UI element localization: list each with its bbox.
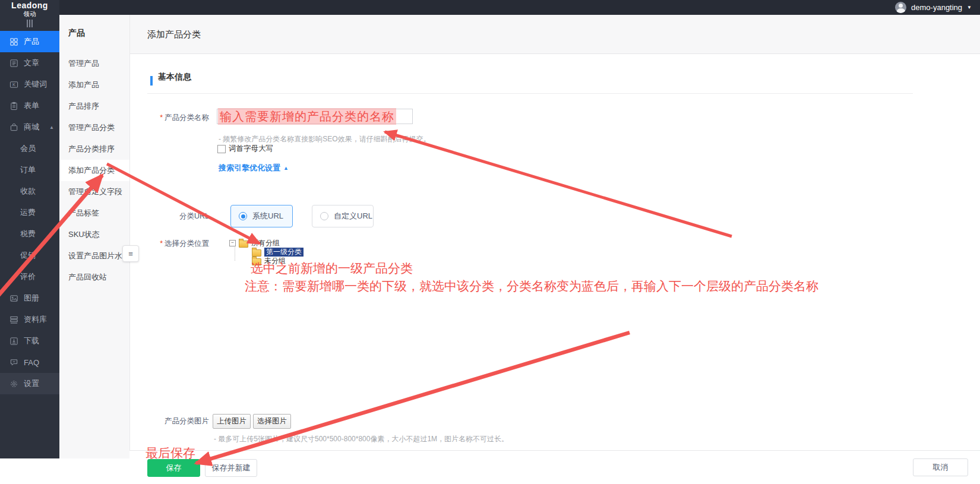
tree-node-first-level[interactable]: 第一级分类	[252, 248, 304, 257]
save-and-new-button[interactable]: 保存并新建	[205, 459, 257, 477]
capitalize-checkbox-row[interactable]: 词首字母大写	[217, 144, 273, 154]
submenu-item-recycle-bin[interactable]: 产品回收站	[59, 267, 129, 288]
sidebar-nav: 产品 文章 K 关键词 表单 商城 ▲ 会员 订单 收款 运费 税费 促销 评价…	[0, 31, 59, 394]
stack-icon	[10, 315, 18, 324]
collapse-sidebar-icon[interactable]	[0, 20, 59, 28]
app-window: demo-yangting ▼ Leadong 领动 产品 文章 K 关键词 表…	[0, 0, 980, 484]
folder-icon	[239, 241, 248, 248]
sidebar-item-mall[interactable]: 商城 ▲	[0, 116, 59, 138]
tree-guide-line	[235, 246, 236, 261]
submenu-item-manage-products[interactable]: 管理产品	[59, 53, 129, 74]
radio-selected-icon	[239, 212, 247, 220]
clipboard-icon	[10, 102, 18, 110]
sidebar-item-reviews[interactable]: 评价	[0, 266, 59, 287]
sidebar-item-orders[interactable]: 订单	[0, 159, 59, 181]
folder-icon	[252, 249, 261, 257]
checkbox-icon[interactable]	[217, 145, 226, 153]
sidebar-item-faq[interactable]: FAQ	[0, 352, 59, 373]
download-icon	[10, 337, 18, 346]
custom-url-option[interactable]: 自定义URL	[312, 205, 374, 227]
watermark-panel-toggle[interactable]: ≡	[122, 245, 139, 262]
arrow-to-name-input	[385, 132, 732, 236]
keyword-icon: K	[10, 80, 18, 89]
annotation-warning: 注意：需要新增哪一类的下级，就选中该分类，分类名称变为蓝色后，再输入下一个层级的…	[245, 278, 818, 295]
sidebar-item-library[interactable]: 资料库	[0, 309, 59, 330]
submenu-item-custom-fields[interactable]: 管理自定义字段	[59, 181, 129, 203]
tree-collapse-icon[interactable]: −	[229, 240, 236, 246]
gear-icon	[10, 379, 18, 388]
save-button[interactable]: 保存	[147, 459, 200, 477]
page-title: 添加产品分类	[147, 15, 201, 53]
sidebar-item-downloads[interactable]: 下载	[0, 330, 59, 352]
grid-icon	[10, 37, 18, 46]
category-name-hint: - 频繁修改产品分类名称直接影响SEO效果，请仔细斟酌后再提交。	[219, 134, 431, 144]
sidebar-item-members[interactable]: 会员	[0, 138, 59, 159]
svg-text:K: K	[12, 82, 15, 87]
submenu-item-add-product[interactable]: 添加产品	[59, 74, 129, 96]
submenu-title: 产品	[68, 15, 85, 51]
sidebar-item-albums[interactable]: 图册	[0, 287, 59, 309]
shopping-bag-icon	[10, 123, 18, 132]
chevron-up-icon: ▲	[283, 165, 289, 171]
sidebar-item-keywords[interactable]: K 关键词	[0, 74, 59, 95]
submenu-item-sku-status[interactable]: SKU状态	[59, 224, 129, 245]
upload-image-button[interactable]: 上传图片	[213, 414, 251, 429]
section-accent-bar	[150, 76, 153, 86]
sidebar-item-shipping[interactable]: 运费	[0, 202, 59, 223]
capitalize-label: 词首字母大写	[229, 144, 273, 154]
submenu-item-watermark[interactable]: 设置产品图片水印	[59, 245, 129, 267]
category-image-hint: - 最多可上传5张图片，建议尺寸500*500-800*800像素，大小不超过1…	[214, 434, 508, 444]
picture-icon	[10, 294, 18, 303]
submenu-item-manage-categories[interactable]: 管理产品分类	[59, 117, 129, 138]
chevron-up-icon: ▲	[49, 125, 54, 130]
required-asterisk: *	[160, 239, 163, 248]
document-icon	[10, 59, 18, 68]
submenu-item-category-sort[interactable]: 产品分类排序	[59, 138, 129, 160]
annotation-input-overlay: 输入需要新增的产品分类的名称	[218, 108, 396, 125]
logo: Leadong 领动	[0, 1, 59, 18]
annotation-save-note: 最后保存	[146, 445, 195, 461]
logo-cn: 领动	[0, 10, 59, 18]
top-bar	[0, 0, 980, 15]
sidebar-item-articles[interactable]: 文章	[0, 52, 59, 74]
radio-unselected-icon	[320, 212, 328, 220]
chat-bubble-icon	[10, 358, 18, 367]
sidebar-item-settings[interactable]: 设置	[0, 373, 59, 394]
page-header-band	[129, 15, 980, 54]
chevron-down-icon: ▼	[967, 5, 972, 10]
choose-image-button[interactable]: 选择图片	[253, 414, 291, 429]
submenu-item-product-sort[interactable]: 产品排序	[59, 96, 129, 117]
section-divider	[147, 93, 913, 94]
system-url-option[interactable]: 系统URL	[230, 205, 293, 227]
sidebar-item-forms[interactable]: 表单	[0, 95, 59, 116]
seo-settings-link[interactable]: 搜索引擎优化设置 ▲	[219, 163, 289, 173]
sidebar-item-tax[interactable]: 税费	[0, 223, 59, 245]
annotation-tree-note: 选中之前新增的一级产品分类	[251, 260, 413, 277]
user-avatar-icon	[895, 2, 906, 13]
sidebar-item-payments[interactable]: 收款	[0, 181, 59, 202]
username: demo-yangting	[911, 3, 962, 12]
panel-lines-icon: ≡	[128, 249, 133, 258]
cancel-button[interactable]: 取消	[913, 458, 968, 476]
submenu-item-product-tags[interactable]: 产品标签	[59, 203, 129, 224]
sidebar-item-promotion[interactable]: 促销	[0, 245, 59, 266]
submenu-list: 管理产品 添加产品 产品排序 管理产品分类 产品分类排序 添加产品分类 管理自定…	[59, 53, 129, 288]
logo-wordmark: Leadong	[0, 1, 59, 10]
section-title: 基本信息	[158, 72, 191, 83]
required-asterisk: *	[160, 113, 163, 122]
tree-node-all-groups[interactable]: − 所有分组	[229, 239, 280, 248]
user-menu[interactable]: demo-yangting ▼	[895, 0, 972, 15]
sidebar-item-products[interactable]: 产品	[0, 31, 59, 52]
submenu-item-add-category[interactable]: 添加产品分类	[59, 160, 129, 181]
tree-selected-node-label: 第一级分类	[264, 248, 304, 257]
